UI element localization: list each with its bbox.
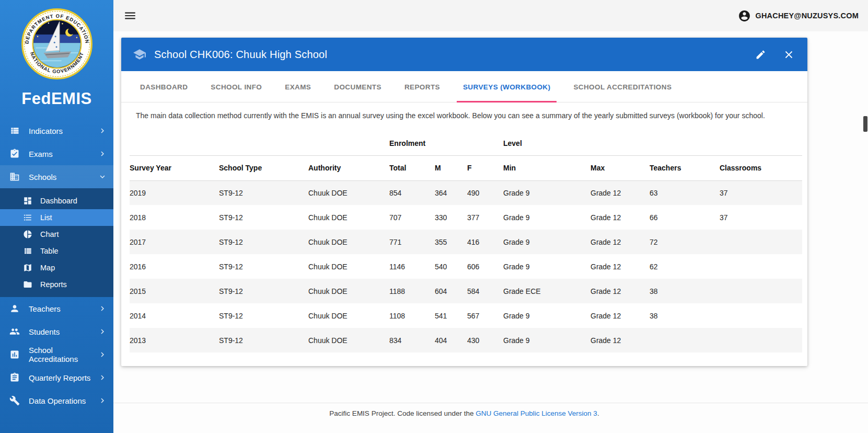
edit-pencil-icon[interactable]: [755, 49, 766, 60]
group-header-row: EnrolmentLevel: [130, 131, 802, 155]
sidebar-item-label: Data Operations: [29, 396, 86, 405]
folder-icon: [23, 280, 32, 289]
doe-seal-logo: DEPARTMENT OF EDUCATION NATIONAL GOVERNM…: [0, 0, 113, 83]
sidebar-subitem-table[interactable]: Table: [0, 243, 113, 259]
table-row: 2019ST9-12Chuuk DOE854364490Grade 9Grade…: [130, 180, 802, 205]
account-circle-icon: [738, 9, 751, 22]
close-x-icon[interactable]: [783, 49, 795, 61]
footer-text: Pacific EMIS Project. Code licensed unde…: [329, 409, 476, 417]
table-cell: 72: [650, 230, 720, 254]
column-header-row: Survey YearSchool TypeAuthorityTotalMFMi…: [130, 155, 802, 180]
dashboard-icon: [23, 196, 32, 206]
sidebar-item-school-accreditations[interactable]: School Accreditations: [0, 343, 113, 366]
main-content: School CHK006: Chuuk High School DASHBOA…: [113, 31, 868, 433]
table-cell: 854: [389, 180, 435, 205]
table-cell: Grade ECE: [503, 279, 591, 303]
table-row: 2016ST9-12Chuuk DOE1146540606Grade 9Grad…: [130, 254, 802, 279]
indicators-icon: [9, 126, 20, 136]
sidebar-subitem-chart[interactable]: Chart: [0, 226, 113, 243]
table-icon: [23, 246, 32, 256]
sidebar-subitem-reports[interactable]: Reports: [0, 276, 113, 293]
sidebar-item-data-operations[interactable]: Data Operations: [0, 389, 113, 412]
sidebar-subitem-dashboard[interactable]: Dashboard: [0, 192, 113, 209]
table-cell: Grade 9: [503, 328, 591, 352]
column-header-classrooms: Classrooms: [720, 155, 802, 180]
table-cell: 62: [650, 254, 720, 279]
sidebar-item-quarterly-reports[interactable]: Quarterly Reports: [0, 366, 113, 389]
tab-bar: DASHBOARDSCHOOL INFOEXAMSDOCUMENTSREPORT…: [121, 71, 807, 102]
column-header-m: M: [435, 155, 467, 180]
table-cell: 2015: [130, 279, 219, 303]
exams-icon: [9, 149, 20, 159]
table-cell: Chuuk DOE: [308, 205, 389, 230]
sidebar-subitem-label: Table: [40, 247, 59, 255]
schools-icon: [9, 172, 20, 182]
sidebar-item-schools[interactable]: Schools: [0, 165, 113, 188]
user-menu[interactable]: GHACHEY@NUZUSYS.COM: [738, 9, 859, 22]
table-row: 2017ST9-12Chuuk DOE771355416Grade 9Grade…: [130, 230, 802, 254]
sidebar-subitem-label: Map: [40, 264, 55, 272]
table-row: 2018ST9-12Chuuk DOE707330377Grade 9Grade…: [130, 205, 802, 230]
table-cell: 66: [650, 205, 720, 230]
sidebar-item-label: School Accreditations: [29, 346, 98, 363]
tab-dashboard[interactable]: DASHBOARD: [129, 71, 199, 102]
table-cell: Chuuk DOE: [308, 254, 389, 279]
group-header-enrolment: Enrolment: [389, 131, 503, 155]
footer-suffix: .: [597, 409, 599, 417]
table-cell: Grade 9: [503, 254, 591, 279]
tab-school-accreditations[interactable]: SCHOOL ACCREDITATIONS: [562, 71, 683, 102]
sidebar-item-label: Indicators: [29, 127, 63, 135]
table-cell: 364: [435, 180, 467, 205]
table-cell: [720, 230, 802, 254]
table-cell: Grade 12: [591, 279, 650, 303]
table-cell: [720, 254, 802, 279]
sidebar-item-exams[interactable]: Exams: [0, 142, 113, 165]
table-cell: [720, 279, 802, 303]
sidebar-item-teachers[interactable]: Teachers: [0, 297, 113, 320]
tab-surveys-workbook[interactable]: SURVEYS (WORKBOOK): [452, 71, 562, 102]
table-row: 2015ST9-12Chuuk DOE1188604584Grade ECEGr…: [130, 279, 802, 303]
surveys-table-wrap: EnrolmentLevelSurvey YearSchool TypeAuth…: [130, 131, 802, 352]
table-cell: 416: [467, 230, 503, 254]
table-cell: 38: [650, 303, 720, 328]
table-cell: 355: [435, 230, 467, 254]
chevron-right-icon: [98, 126, 107, 135]
sidebar-subitem-label: Dashboard: [40, 197, 77, 205]
table-cell: 540: [435, 254, 467, 279]
table-cell: 2016: [130, 254, 219, 279]
sidebar-subitem-label: Chart: [40, 230, 59, 238]
tab-documents[interactable]: DOCUMENTS: [322, 71, 393, 102]
table-cell: Chuuk DOE: [308, 303, 389, 328]
table-cell: 404: [435, 328, 467, 352]
table-cell: Grade 9: [503, 230, 591, 254]
chevron-right-icon: [98, 396, 107, 405]
table-cell: Grade 12: [591, 328, 650, 352]
school-cap-icon: [133, 48, 146, 61]
chevron-down-icon: [98, 172, 107, 181]
hamburger-menu-icon[interactable]: [123, 9, 137, 22]
person-icon: [9, 303, 20, 314]
tab-exams[interactable]: EXAMS: [273, 71, 322, 102]
footer-divider: [113, 403, 868, 403]
gnu-license-link[interactable]: GNU General Public License Version 3: [476, 409, 597, 417]
sidebar-item-label: Teachers: [29, 304, 61, 313]
sidebar-item-students[interactable]: Students: [0, 320, 113, 343]
group-header-level: Level: [503, 131, 650, 155]
sidebar-item-indicators[interactable]: Indicators: [0, 119, 113, 142]
sidebar-menu: IndicatorsExamsSchoolsDashboardListChart…: [0, 119, 113, 412]
column-header-survey-year: Survey Year: [130, 155, 219, 180]
table-cell: ST9-12: [219, 180, 308, 205]
tab-school-info[interactable]: SCHOOL INFO: [199, 71, 273, 102]
table-cell: 1108: [389, 303, 435, 328]
table-cell: Grade 9: [503, 303, 591, 328]
tab-reports[interactable]: REPORTS: [393, 71, 452, 102]
table-cell: Grade 12: [591, 205, 650, 230]
sidebar-subitem-list[interactable]: List: [0, 209, 113, 226]
table-cell: ST9-12: [219, 254, 308, 279]
table-cell: Grade 12: [591, 303, 650, 328]
table-cell: 2013: [130, 328, 219, 352]
table-cell: 330: [435, 205, 467, 230]
table-cell: Chuuk DOE: [308, 180, 389, 205]
sidebar-subitem-map[interactable]: Map: [0, 259, 113, 276]
page-scrollbar-thumb[interactable]: [863, 116, 867, 132]
